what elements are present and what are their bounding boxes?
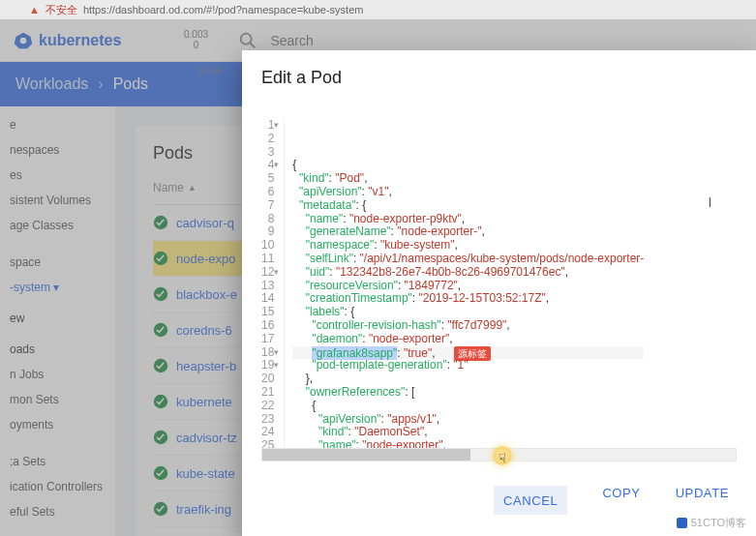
code-line[interactable]: "name": "node-exporter",	[292, 439, 644, 448]
cancel-button[interactable]: CANCEL	[503, 493, 558, 508]
editor-hscrollbar[interactable]: ☟	[261, 448, 737, 462]
code-line[interactable]: "metadata": {	[292, 199, 644, 213]
code-line[interactable]: "controller-revision-hash": "ffc7d7999",	[292, 319, 644, 333]
code-line[interactable]: "creationTimestamp": "2019-12-15T03:52:1…	[292, 292, 644, 306]
security-warn-text: 不安全	[45, 3, 77, 17]
code-line[interactable]: "daemon": "node-exporter",	[292, 333, 644, 346]
code-line[interactable]: "uid": "132342b8-26e7-4b0b-8c26-49697014…	[292, 266, 644, 280]
hand-cursor-icon: ☟	[499, 451, 506, 465]
editor-code[interactable]: I { "kind": "Pod", "apiVersion": "v1", "…	[285, 119, 644, 448]
text-cursor-icon: I	[708, 196, 711, 210]
code-line[interactable]: "ownerReferences": [	[292, 386, 644, 400]
update-button[interactable]: UPDATE	[676, 486, 729, 515]
security-warn-icon: ▲	[29, 4, 40, 15]
code-line[interactable]: "selfLink": "/api/v1/namespaces/kube-sys…	[292, 253, 644, 266]
code-line[interactable]: "namespace": "kube-system",	[292, 239, 644, 253]
edit-pod-modal: Edit a Pod 12345678910111213141516171819…	[242, 50, 756, 536]
browser-address-bar: ▲ 不安全 https://dashboard.od.com/#!/pod?na…	[0, 0, 756, 19]
code-line[interactable]: {	[292, 159, 644, 172]
code-line[interactable]: },	[292, 372, 644, 386]
code-line[interactable]: "apiVersion": "v1",	[292, 186, 644, 199]
code-line[interactable]: "labels": {	[292, 306, 644, 319]
browser-url[interactable]: https://dashboard.od.com/#!/pod?namespac…	[83, 4, 364, 15]
modal-title: Edit a Pod	[242, 50, 756, 105]
hscrollbar-thumb[interactable]	[262, 449, 470, 461]
code-line[interactable]: {	[292, 400, 644, 413]
watermark-logo-icon	[677, 518, 687, 528]
code-line[interactable]: "kind": "DaemonSet",	[292, 426, 644, 439]
editor-gutter: 1234567891011121314151617181920212223242…	[261, 119, 285, 448]
code-line[interactable]: "apiVersion": "apps/v1",	[292, 413, 644, 427]
code-line[interactable]: "name": "node-exporter-p9ktv",	[292, 213, 644, 226]
copy-button[interactable]: COPY	[602, 486, 640, 515]
cursor-highlight	[493, 446, 512, 465]
code-line[interactable]: "kind": "Pod",	[292, 172, 644, 186]
code-line[interactable]: "resourceVersion": "1849772",	[292, 280, 644, 293]
code-line[interactable]: "pod-template-generation": "1"	[292, 359, 644, 372]
json-editor[interactable]: 1234567891011121314151617181920212223242…	[261, 119, 737, 448]
code-line[interactable]: "grafanak8sapp": "true", 源标签	[292, 346, 644, 360]
watermark: 51CTO博客	[677, 516, 746, 530]
code-line[interactable]: "generateName": "node-exporter-",	[292, 225, 644, 239]
